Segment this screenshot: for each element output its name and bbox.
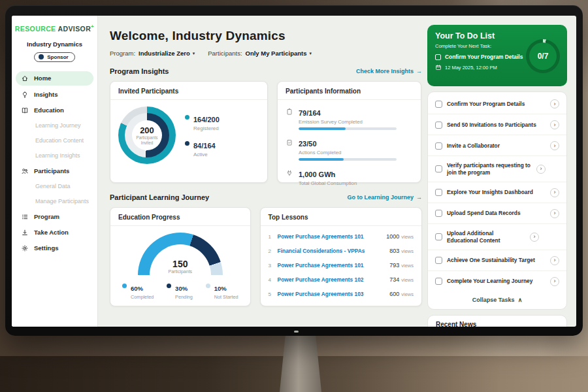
- learning-journey-header: Participant Learning Journey Go to Learn…: [110, 193, 422, 201]
- sidebar-item-take-action[interactable]: Take Action: [12, 225, 97, 240]
- todo-next-label: Confirm Your Program Details: [445, 54, 523, 60]
- checkbox-icon[interactable]: [435, 54, 441, 60]
- todo-task-row[interactable]: Confirm Your Program Details ›: [428, 93, 566, 114]
- todo-task-row[interactable]: Upload Additional Educational Content ›: [428, 224, 566, 250]
- checkbox-icon[interactable]: [435, 233, 442, 240]
- chevron-right-icon[interactable]: ›: [530, 233, 539, 242]
- chevron-right-icon[interactable]: ›: [550, 256, 559, 265]
- checkbox-icon[interactable]: [435, 142, 442, 150]
- sidebar-item-program[interactable]: Program: [12, 209, 97, 225]
- arrow-right-icon: →: [416, 68, 422, 74]
- checkbox-icon[interactable]: [435, 210, 442, 217]
- chevron-right-icon[interactable]: ›: [550, 141, 559, 150]
- checkbox-icon[interactable]: [435, 101, 442, 108]
- chevron-right-icon[interactable]: ›: [550, 188, 559, 197]
- sidebar-sub-label: General Data: [35, 183, 71, 189]
- checklist-icon: [286, 139, 293, 146]
- book-icon: [21, 106, 29, 114]
- invited-donut-outer: 200 Participants Invited: [118, 106, 176, 164]
- todo-task-row[interactable]: Achieve One Sustainability Target ›: [428, 250, 566, 271]
- checkbox-icon[interactable]: [435, 165, 442, 172]
- sidebar-item-participants[interactable]: Participants: [12, 163, 97, 179]
- todo-task-list: Confirm Your Program Details › Send 50 I…: [427, 91, 567, 310]
- lesson-views-unit: views: [401, 248, 414, 254]
- collapse-label: Collapse Tasks: [472, 297, 515, 303]
- lesson-views: 734: [389, 276, 399, 283]
- check-more-insights-link[interactable]: Check More Insights→: [356, 68, 422, 74]
- sponsor-badge[interactable]: Sponsor: [34, 52, 74, 62]
- info-value: 23/50: [299, 140, 317, 148]
- program-insights-header: Program Insights Check More Insights→: [110, 67, 422, 75]
- todo-task-row[interactable]: Explore Your Insights Dashboard ›: [428, 182, 566, 203]
- checkbox-icon[interactable]: [435, 122, 442, 129]
- legend-label: Pending: [175, 294, 193, 300]
- legend-value: 84/164: [193, 142, 216, 150]
- todo-progress-ring: 0/7: [526, 39, 560, 73]
- sponsor-icon: [39, 54, 44, 59]
- legend-item-active: 84/164 Active: [185, 139, 220, 157]
- sidebar-item-education[interactable]: Education: [12, 103, 97, 118]
- info-value: 1,000 GWh: [299, 171, 335, 178]
- sidebar-item-insights[interactable]: Insights: [12, 87, 97, 103]
- chevron-right-icon[interactable]: ›: [550, 99, 559, 108]
- todo-next-task[interactable]: Confirm Your Program Details: [435, 54, 523, 60]
- legend-label: Completed: [131, 294, 154, 300]
- program-filter[interactable]: Program: Industrialize Zero ▾: [110, 50, 195, 57]
- legend-dot: [167, 284, 171, 288]
- sidebar-item-settings[interactable]: Settings: [12, 240, 97, 256]
- app-logo: RESOURCE ADVISOR+: [12, 24, 97, 33]
- todo-task-row[interactable]: Complete Your Learning Journey ›: [428, 271, 566, 291]
- chevron-right-icon[interactable]: ›: [536, 165, 546, 174]
- chevron-up-icon: ∧: [518, 297, 523, 303]
- sidebar-item-learning-journey[interactable]: Learning Journey: [12, 118, 97, 133]
- legend-item-completed: 60% Completed: [122, 282, 154, 300]
- lesson-rank: 1: [269, 234, 278, 240]
- logo-resource: RESOURCE: [15, 25, 56, 33]
- invited-donut-center: 200 Participants Invited: [132, 120, 162, 150]
- checkbox-icon[interactable]: [435, 257, 442, 264]
- top-lessons-card: Top Lessons 1 Power Purchase Agreements …: [260, 207, 422, 306]
- todo-task-row[interactable]: Upload Spend Data Records ›: [428, 203, 566, 224]
- lesson-link[interactable]: Financial Considerations - VPPAs: [278, 248, 390, 254]
- legend-value: 60%: [131, 285, 143, 292]
- lesson-views: 793: [389, 262, 399, 269]
- main-content: Welcome, Industry Dynamics Program: Indu…: [98, 16, 427, 327]
- sidebar-item-manage-participants[interactable]: Manage Participants: [12, 194, 97, 209]
- lesson-link[interactable]: Power Purchase Agreements 101: [278, 233, 387, 240]
- lesson-link[interactable]: Power Purchase Agreements 103: [278, 291, 390, 297]
- sidebar-item-education-content[interactable]: Education Content: [12, 133, 97, 148]
- todo-task-row[interactable]: Verify participants requesting to join t…: [428, 156, 566, 182]
- legend-item-registered: 164/200 Registered: [185, 113, 220, 131]
- checkbox-icon[interactable]: [435, 189, 442, 196]
- sidebar-item-label: Insights: [34, 91, 57, 98]
- sidebar-item-label: Education: [34, 106, 64, 114]
- collapse-tasks-link[interactable]: Collapse Tasks ∧: [428, 291, 566, 308]
- todo-task-row[interactable]: Invite a Collaborator ›: [428, 135, 566, 156]
- gauge-label: Participants: [138, 269, 223, 274]
- chevron-right-icon[interactable]: ›: [550, 277, 559, 286]
- chevron-right-icon[interactable]: ›: [550, 209, 559, 218]
- participants-filter[interactable]: Participants: Only My Participants ▾: [208, 50, 312, 57]
- lesson-link[interactable]: Power Purchase Agreements 102: [278, 276, 390, 283]
- recent-news-card: Recent News: [427, 315, 567, 327]
- progress-fill: [299, 127, 346, 130]
- sidebar-item-learning-insights[interactable]: Learning Insights: [12, 148, 97, 163]
- legend-dot: [122, 284, 127, 288]
- card-title: Education Progress: [110, 214, 250, 226]
- gauge-wrap: 150 Participants: [118, 233, 242, 275]
- checkbox-icon[interactable]: [435, 278, 442, 285]
- lessons-list: 1 Power Purchase Agreements 101 1000 vie…: [261, 226, 421, 301]
- todo-task-row[interactable]: Send 50 Invitations to Participants ›: [428, 114, 566, 135]
- chevron-right-icon[interactable]: ›: [550, 120, 559, 129]
- legend-label: Active: [193, 152, 216, 157]
- actions-progress-bar: [299, 158, 397, 161]
- lesson-row: 5 Power Purchase Agreements 103 600 view…: [261, 287, 421, 301]
- invited-total: 200: [140, 125, 154, 135]
- go-to-learning-journey-link[interactable]: Go to Learning Journey→: [347, 194, 422, 201]
- lesson-views-unit: views: [401, 291, 414, 297]
- sidebar-item-home[interactable]: Home: [16, 71, 93, 86]
- lesson-link[interactable]: Power Purchase Agreements 101: [278, 262, 390, 269]
- filters-row: Program: Industrialize Zero ▾ Participan…: [110, 50, 422, 57]
- lesson-rank: 4: [269, 277, 278, 283]
- sidebar-item-general-data[interactable]: General Data: [12, 179, 97, 194]
